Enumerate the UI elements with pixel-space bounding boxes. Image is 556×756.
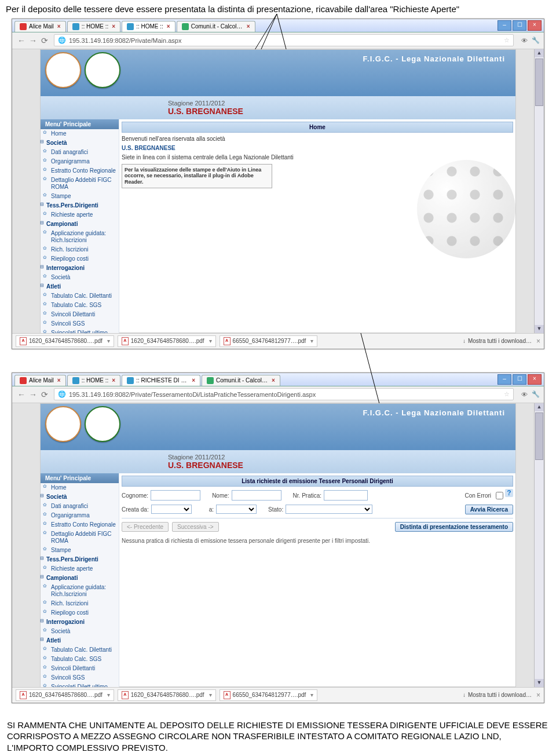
sidebar-item-riepilogo-costi[interactable]: Riepilogo costi	[41, 608, 119, 618]
sidebar-item-svincoli-dilettanti[interactable]: Svincoli Dilettanti	[41, 664, 119, 673]
sidebar-item-svincolati-dilett-ultimo[interactable]: Svincolati Dilett.ultimo periodo	[41, 328, 119, 333]
reload-button[interactable]: ⟳	[39, 390, 50, 399]
download-item[interactable]: A1620_6347648578680….pdf▾	[16, 689, 114, 701]
sidebar-item-societa-2[interactable]: Società	[41, 273, 119, 282]
forward-button[interactable]: →	[27, 390, 39, 399]
sidebar-item-stampe[interactable]: Stampe	[41, 546, 119, 555]
sidebar-item-svincolati-dilett-ultimo[interactable]: Svincolati Dilett.ultimo periodo	[41, 682, 119, 687]
minimize-button[interactable]: –	[498, 374, 511, 385]
nome-input[interactable]	[232, 490, 281, 501]
close-icon[interactable]: ×	[112, 377, 115, 384]
chevron-down-icon[interactable]: ▾	[209, 338, 212, 344]
sidebar-item-campionati[interactable]: Campionati	[41, 220, 119, 229]
close-icon[interactable]: ×	[112, 23, 115, 30]
window-titlebar[interactable]: Alice Mail× :: HOME ::× :: HOME ::× Comu…	[12, 19, 544, 32]
search-icon[interactable]: 👁	[520, 37, 529, 44]
sidebar-item-societa[interactable]: Società	[41, 138, 119, 148]
club-link[interactable]: U.S. BREGNANESE	[122, 145, 513, 151]
stato-select[interactable]	[286, 505, 372, 514]
help-icon[interactable]: ?	[505, 489, 513, 497]
wrench-icon[interactable]: 🔧	[531, 36, 540, 44]
minimize-button[interactable]: –	[498, 20, 511, 31]
download-item[interactable]: A66550_634764812977….pdf▾	[220, 689, 318, 701]
window-titlebar[interactable]: Alice Mail× :: HOME ::× :: RICHIESTE DI …	[12, 373, 544, 386]
con-errori-checkbox[interactable]	[496, 492, 503, 499]
bookmark-icon[interactable]: ☆	[504, 390, 510, 398]
download-item[interactable]: A1620_6347648578680….pdf▾	[118, 335, 216, 347]
sidebar-item-dati-anagrafici[interactable]: Dati anagrafici	[41, 502, 119, 511]
close-window-button[interactable]: ×	[528, 374, 542, 385]
chevron-down-icon[interactable]: ▾	[107, 338, 110, 344]
vertical-scrollbar[interactable]: ▲▼	[534, 49, 544, 333]
sidebar-item-estratto-conto[interactable]: Estratto Conto Regionale	[41, 166, 119, 176]
sidebar-item-richieste-aperte[interactable]: Richieste aperte	[41, 564, 119, 574]
close-icon[interactable]: ×	[272, 377, 275, 384]
chevron-down-icon[interactable]: ▾	[107, 692, 110, 698]
tab-home-2[interactable]: :: HOME ::×	[122, 21, 175, 32]
chevron-down-icon[interactable]: ▾	[209, 692, 212, 698]
tab-alice-mail[interactable]: Alice Mail×	[14, 375, 66, 386]
sidebar-item-tabulato-dilettanti[interactable]: Tabulato Calc. Dilettanti	[41, 291, 119, 301]
nr-pratica-input[interactable]	[324, 490, 368, 501]
show-all-downloads[interactable]: Mostra tutti i download…	[463, 692, 532, 698]
sidebar-item-societa[interactable]: Società	[41, 492, 119, 502]
back-button[interactable]: ←	[16, 390, 27, 399]
tab-comuni[interactable]: Comuni.it - Calcolo del Codice F×	[202, 375, 280, 386]
tab-comuni[interactable]: Comuni.it - Calcolo del Codice F×	[177, 21, 255, 32]
tab-home-1[interactable]: :: HOME ::×	[67, 21, 121, 32]
a-select[interactable]	[216, 505, 257, 514]
close-icon[interactable]: ×	[57, 377, 61, 384]
close-downloads-bar[interactable]: ×	[536, 337, 540, 345]
sidebar-item-home[interactable]: Home	[41, 483, 119, 492]
close-window-button[interactable]: ×	[528, 20, 542, 31]
creata-da-select[interactable]	[151, 505, 192, 514]
url-field[interactable]: 🌐195.31.149.169:8082/Private/Tesserament…	[54, 388, 514, 400]
close-downloads-bar[interactable]: ×	[536, 691, 540, 699]
avvia-ricerca-button[interactable]: Avvia Ricerca	[465, 505, 513, 514]
sidebar-item-dati-anagrafici[interactable]: Dati anagrafici	[41, 148, 119, 157]
sidebar-item-dettaglio-addebiti[interactable]: Dettaglio Addebiti FIGC ROMA	[41, 176, 119, 192]
bookmark-icon[interactable]: ☆	[504, 36, 510, 44]
sidebar-item-atleti[interactable]: Atleti	[41, 282, 119, 291]
sidebar-item-organigramma[interactable]: Organigramma	[41, 157, 119, 166]
sidebar-item-tabulato-dilettanti[interactable]: Tabulato Calc. Dilettanti	[41, 645, 119, 655]
sidebar-item-tess-pers-dirigenti[interactable]: Tess.Pers.Dirigenti	[41, 555, 119, 564]
chevron-down-icon[interactable]: ▾	[310, 692, 313, 698]
sidebar-item-home[interactable]: Home	[41, 129, 119, 138]
distinta-presentazione-button[interactable]: Distinta di presentazione tesseramento	[395, 522, 513, 532]
sidebar-item-interrogazioni[interactable]: Interrogazioni	[41, 264, 119, 273]
download-item[interactable]: A1620_6347648578680….pdf▾	[16, 335, 114, 347]
forward-button[interactable]: →	[27, 36, 39, 45]
precedente-button[interactable]: <- Precedente	[122, 522, 169, 532]
wrench-icon[interactable]: 🔧	[531, 390, 540, 398]
url-field[interactable]: 🌐195.31.149.169:8082/Private/Main.aspx☆	[54, 34, 514, 46]
sidebar-item-rich-iscrizioni[interactable]: Rich. Iscrizioni	[41, 245, 119, 254]
tab-home-1[interactable]: :: HOME ::×	[67, 375, 121, 386]
show-all-downloads[interactable]: Mostra tutti i download…	[463, 338, 532, 344]
chevron-down-icon[interactable]: ▾	[310, 338, 313, 344]
close-icon[interactable]: ×	[247, 23, 250, 30]
sidebar-item-svincoli-dilettanti[interactable]: Svincoli Dilettanti	[41, 310, 119, 319]
maximize-button[interactable]: ☐	[513, 20, 526, 31]
sidebar-item-app-guidata[interactable]: Applicazione guidata: Rich.Iscrizioni	[41, 583, 119, 599]
sidebar-item-atleti[interactable]: Atleti	[41, 636, 119, 645]
tab-richieste-emissione[interactable]: :: RICHIESTE DI EMISSIONE T×	[122, 375, 200, 386]
sidebar-item-tess-pers-dirigenti[interactable]: Tess.Pers.Dirigenti	[41, 201, 119, 210]
maximize-button[interactable]: ☐	[513, 374, 526, 385]
sidebar-item-tabulato-sgs[interactable]: Tabulato Calc. SGS	[41, 301, 119, 310]
sidebar-item-interrogazioni[interactable]: Interrogazioni	[41, 618, 119, 627]
sidebar-item-campionati[interactable]: Campionati	[41, 574, 119, 583]
download-item[interactable]: A66550_634764812977….pdf▾	[220, 335, 318, 347]
sidebar-item-estratto-conto[interactable]: Estratto Conto Regionale	[41, 520, 119, 529]
back-button[interactable]: ←	[16, 36, 27, 45]
sidebar-item-riepilogo-costi[interactable]: Riepilogo costi	[41, 254, 119, 264]
close-icon[interactable]: ×	[192, 377, 195, 384]
close-icon[interactable]: ×	[167, 23, 170, 30]
sidebar-item-tabulato-sgs[interactable]: Tabulato Calc. SGS	[41, 655, 119, 664]
sidebar-item-svincoli-sgs[interactable]: Svincoli SGS	[41, 319, 119, 328]
sidebar-item-societa-2[interactable]: Società	[41, 627, 119, 636]
close-icon[interactable]: ×	[57, 23, 61, 30]
sidebar-item-svincoli-sgs[interactable]: Svincoli SGS	[41, 673, 119, 682]
tab-alice-mail[interactable]: Alice Mail×	[14, 21, 66, 32]
sidebar-item-stampe[interactable]: Stampe	[41, 192, 119, 201]
